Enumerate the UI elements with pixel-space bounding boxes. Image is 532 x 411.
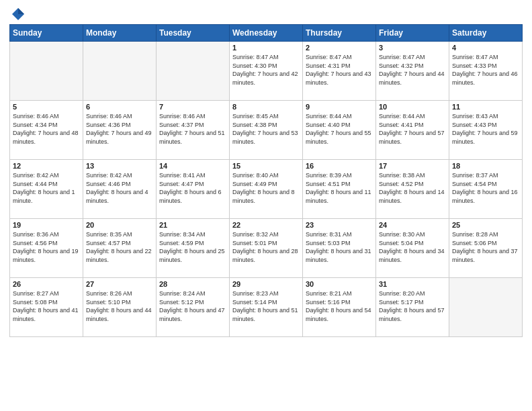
calendar-day-cell: 23Sunrise: 8:31 AMSunset: 5:03 PMDayligh… xyxy=(303,219,376,278)
day-info: Sunrise: 8:35 AMSunset: 4:57 PMDaylight:… xyxy=(86,230,153,264)
day-info: Sunrise: 8:24 AMSunset: 5:12 PMDaylight:… xyxy=(159,289,226,323)
calendar-day-cell: 13Sunrise: 8:42 AMSunset: 4:46 PMDayligh… xyxy=(83,160,157,219)
day-number: 16 xyxy=(306,162,373,170)
calendar-day-header: Friday xyxy=(376,25,449,42)
day-info: Sunrise: 8:21 AMSunset: 5:16 PMDaylight:… xyxy=(306,289,373,323)
calendar-day-cell: 31Sunrise: 8:20 AMSunset: 5:17 PMDayligh… xyxy=(376,278,449,337)
calendar-day-cell: 7Sunrise: 8:46 AMSunset: 4:37 PMDaylight… xyxy=(157,101,230,160)
calendar-day-cell: 17Sunrise: 8:38 AMSunset: 4:52 PMDayligh… xyxy=(376,160,449,219)
calendar-week-row: 19Sunrise: 8:36 AMSunset: 4:56 PMDayligh… xyxy=(10,219,523,278)
day-number: 23 xyxy=(306,221,373,229)
calendar-day-cell: 19Sunrise: 8:36 AMSunset: 4:56 PMDayligh… xyxy=(10,219,83,278)
calendar-day-cell xyxy=(10,42,83,101)
day-number: 2 xyxy=(306,44,373,52)
day-number: 12 xyxy=(13,162,80,170)
calendar-week-row: 12Sunrise: 8:42 AMSunset: 4:44 PMDayligh… xyxy=(10,160,523,219)
day-number: 11 xyxy=(452,103,519,111)
calendar-day-cell: 16Sunrise: 8:39 AMSunset: 4:51 PMDayligh… xyxy=(303,160,376,219)
calendar-day-cell: 14Sunrise: 8:41 AMSunset: 4:47 PMDayligh… xyxy=(157,160,230,219)
day-info: Sunrise: 8:46 AMSunset: 4:37 PMDaylight:… xyxy=(159,112,226,146)
day-info: Sunrise: 8:47 AMSunset: 4:30 PMDaylight:… xyxy=(232,53,300,87)
day-info: Sunrise: 8:42 AMSunset: 4:46 PMDaylight:… xyxy=(86,171,153,205)
day-info: Sunrise: 8:27 AMSunset: 5:08 PMDaylight:… xyxy=(13,289,80,323)
day-number: 20 xyxy=(86,221,153,229)
day-info: Sunrise: 8:44 AMSunset: 4:41 PMDaylight:… xyxy=(379,112,446,146)
day-number: 29 xyxy=(232,280,300,288)
calendar-day-cell: 27Sunrise: 8:26 AMSunset: 5:10 PMDayligh… xyxy=(83,278,157,337)
day-number: 30 xyxy=(306,280,373,288)
calendar-day-header: Saturday xyxy=(449,25,523,42)
calendar-week-row: 5Sunrise: 8:46 AMSunset: 4:34 PMDaylight… xyxy=(10,101,523,160)
day-number: 3 xyxy=(379,44,446,52)
day-info: Sunrise: 8:43 AMSunset: 4:43 PMDaylight:… xyxy=(452,112,519,146)
day-number: 9 xyxy=(306,103,373,111)
day-number: 27 xyxy=(86,280,153,288)
calendar-day-cell: 4Sunrise: 8:47 AMSunset: 4:33 PMDaylight… xyxy=(449,42,523,101)
page-header xyxy=(9,7,523,19)
day-info: Sunrise: 8:42 AMSunset: 4:44 PMDaylight:… xyxy=(13,171,80,205)
day-number: 21 xyxy=(159,221,226,229)
day-number: 17 xyxy=(379,162,446,170)
calendar-week-row: 26Sunrise: 8:27 AMSunset: 5:08 PMDayligh… xyxy=(10,278,523,337)
calendar-day-cell: 29Sunrise: 8:23 AMSunset: 5:14 PMDayligh… xyxy=(230,278,303,337)
day-number: 7 xyxy=(159,103,226,111)
logo-flag-icon xyxy=(11,7,26,21)
calendar-day-cell: 30Sunrise: 8:21 AMSunset: 5:16 PMDayligh… xyxy=(303,278,376,337)
day-info: Sunrise: 8:26 AMSunset: 5:10 PMDaylight:… xyxy=(86,289,153,323)
day-info: Sunrise: 8:47 AMSunset: 4:33 PMDaylight:… xyxy=(452,53,519,87)
day-number: 14 xyxy=(159,162,226,170)
calendar-day-header: Sunday xyxy=(10,25,83,42)
day-number: 31 xyxy=(379,280,446,288)
calendar-day-cell: 25Sunrise: 8:28 AMSunset: 5:06 PMDayligh… xyxy=(449,219,523,278)
day-info: Sunrise: 8:47 AMSunset: 4:32 PMDaylight:… xyxy=(379,53,446,87)
day-number: 25 xyxy=(452,221,519,229)
day-info: Sunrise: 8:40 AMSunset: 4:49 PMDaylight:… xyxy=(232,171,300,205)
day-info: Sunrise: 8:31 AMSunset: 5:03 PMDaylight:… xyxy=(306,230,373,264)
day-info: Sunrise: 8:32 AMSunset: 5:01 PMDaylight:… xyxy=(232,230,300,264)
calendar-day-cell: 10Sunrise: 8:44 AMSunset: 4:41 PMDayligh… xyxy=(376,101,449,160)
day-info: Sunrise: 8:30 AMSunset: 5:04 PMDaylight:… xyxy=(379,230,446,264)
calendar-day-header: Wednesday xyxy=(230,25,303,42)
calendar-day-cell: 18Sunrise: 8:37 AMSunset: 4:54 PMDayligh… xyxy=(449,160,523,219)
day-info: Sunrise: 8:34 AMSunset: 4:59 PMDaylight:… xyxy=(159,230,226,264)
day-number: 10 xyxy=(379,103,446,111)
calendar-day-cell: 5Sunrise: 8:46 AMSunset: 4:34 PMDaylight… xyxy=(10,101,83,160)
day-number: 5 xyxy=(13,103,80,111)
day-info: Sunrise: 8:23 AMSunset: 5:14 PMDaylight:… xyxy=(232,289,300,323)
svg-marker-1 xyxy=(18,8,24,14)
calendar-day-cell: 15Sunrise: 8:40 AMSunset: 4:49 PMDayligh… xyxy=(230,160,303,219)
day-info: Sunrise: 8:36 AMSunset: 4:56 PMDaylight:… xyxy=(13,230,80,264)
calendar-day-cell: 28Sunrise: 8:24 AMSunset: 5:12 PMDayligh… xyxy=(157,278,230,337)
calendar-day-cell: 26Sunrise: 8:27 AMSunset: 5:08 PMDayligh… xyxy=(10,278,83,337)
page-container: SundayMondayTuesdayWednesdayThursdayFrid… xyxy=(0,0,532,341)
day-info: Sunrise: 8:46 AMSunset: 4:34 PMDaylight:… xyxy=(13,112,80,146)
calendar-day-cell: 6Sunrise: 8:46 AMSunset: 4:36 PMDaylight… xyxy=(83,101,157,160)
calendar-day-cell: 24Sunrise: 8:30 AMSunset: 5:04 PMDayligh… xyxy=(376,219,449,278)
day-number: 1 xyxy=(232,44,300,52)
calendar-day-cell: 21Sunrise: 8:34 AMSunset: 4:59 PMDayligh… xyxy=(157,219,230,278)
calendar-day-cell: 8Sunrise: 8:45 AMSunset: 4:38 PMDaylight… xyxy=(230,101,303,160)
day-info: Sunrise: 8:28 AMSunset: 5:06 PMDaylight:… xyxy=(452,230,519,264)
day-info: Sunrise: 8:41 AMSunset: 4:47 PMDaylight:… xyxy=(159,171,226,205)
day-info: Sunrise: 8:45 AMSunset: 4:38 PMDaylight:… xyxy=(232,112,300,146)
calendar-day-cell: 11Sunrise: 8:43 AMSunset: 4:43 PMDayligh… xyxy=(449,101,523,160)
day-info: Sunrise: 8:37 AMSunset: 4:54 PMDaylight:… xyxy=(452,171,519,205)
day-number: 24 xyxy=(379,221,446,229)
calendar-day-cell xyxy=(83,42,157,101)
calendar-day-cell xyxy=(449,278,523,337)
day-number: 26 xyxy=(13,280,80,288)
day-number: 4 xyxy=(452,44,519,52)
day-number: 13 xyxy=(86,162,153,170)
calendar-day-cell xyxy=(157,42,230,101)
day-number: 28 xyxy=(159,280,226,288)
calendar-table: SundayMondayTuesdayWednesdayThursdayFrid… xyxy=(9,24,523,337)
calendar-day-cell: 1Sunrise: 8:47 AMSunset: 4:30 PMDaylight… xyxy=(230,42,303,101)
day-number: 22 xyxy=(232,221,300,229)
day-number: 18 xyxy=(452,162,519,170)
calendar-day-cell: 12Sunrise: 8:42 AMSunset: 4:44 PMDayligh… xyxy=(10,160,83,219)
day-number: 8 xyxy=(232,103,300,111)
calendar-week-row: 1Sunrise: 8:47 AMSunset: 4:30 PMDaylight… xyxy=(10,42,523,101)
day-info: Sunrise: 8:46 AMSunset: 4:36 PMDaylight:… xyxy=(86,112,153,146)
day-info: Sunrise: 8:44 AMSunset: 4:40 PMDaylight:… xyxy=(306,112,373,146)
calendar-day-cell: 20Sunrise: 8:35 AMSunset: 4:57 PMDayligh… xyxy=(83,219,157,278)
